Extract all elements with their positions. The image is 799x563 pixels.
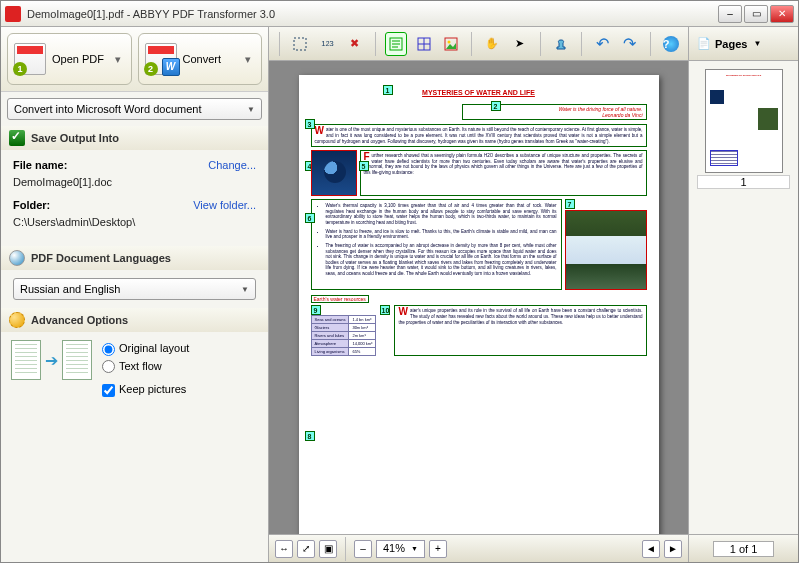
open-pdf-label: Open PDF xyxy=(52,53,109,65)
status-bar: ↔ ⤢ ▣ – 41%▼ + ◄ ► xyxy=(269,534,688,562)
titlebar: DemoImage0[1].pdf - ABBYY PDF Transforme… xyxy=(1,1,798,27)
stamp-button[interactable] xyxy=(550,32,572,56)
minimize-button[interactable]: – xyxy=(718,5,742,23)
fit-page-button[interactable]: ⤢ xyxy=(297,540,315,558)
doc-image-globe xyxy=(311,150,357,196)
arrow-right-icon: ➔ xyxy=(45,351,58,370)
advanced-header: Advanced Options xyxy=(1,308,268,332)
doc-para-2: Further research showed that a seemingly… xyxy=(360,150,647,196)
pages-header[interactable]: 📄 Pages ▼ xyxy=(689,27,798,61)
window-title: DemoImage0[1].pdf - ABBYY PDF Transforme… xyxy=(27,8,718,20)
actual-size-button[interactable]: ▣ xyxy=(319,540,337,558)
text-area-button[interactable] xyxy=(385,32,407,56)
chevron-down-icon: ▾ xyxy=(245,53,255,66)
doc-quote: Water is the driving force of all nature… xyxy=(462,104,647,121)
hand-tool-button[interactable]: ✋ xyxy=(481,32,503,56)
save-icon xyxy=(9,130,25,146)
filename-value: DemoImage0[1].doc xyxy=(13,174,256,196)
prev-page-button[interactable]: ◄ xyxy=(642,540,660,558)
next-page-button[interactable]: ► xyxy=(664,540,682,558)
maximize-button[interactable]: ▭ xyxy=(744,5,768,23)
svg-point-9 xyxy=(447,40,450,43)
convert-target-label: Convert into Microsoft Word document xyxy=(14,103,201,115)
doc-image-waterfall xyxy=(565,210,647,290)
chevron-down-icon: ▼ xyxy=(241,285,249,294)
table-area-button[interactable] xyxy=(412,32,434,56)
save-output-header: Save Output Into xyxy=(1,126,268,150)
chevron-down-icon: ▾ xyxy=(115,53,125,66)
help-button[interactable]: ? xyxy=(660,32,682,56)
original-layout-radio[interactable]: Original layout xyxy=(102,340,189,358)
center-panel: 123 ✖ ✋ ➤ ↶ ↷ ? 1 MYSTERIES xyxy=(269,27,688,562)
toolbar: 123 ✖ ✋ ➤ ↶ ↷ ? xyxy=(269,27,688,61)
pdf-icon: 1 xyxy=(14,43,46,75)
thumbnail-number: 1 xyxy=(697,175,790,189)
document-viewport[interactable]: 1 MYSTERIES OF WATER AND LIFE 2 Water is… xyxy=(269,61,688,534)
app-icon xyxy=(5,6,21,22)
chevron-down-icon: ▼ xyxy=(247,105,255,114)
doc-resources-header: Earth's water resources xyxy=(311,295,369,303)
page-thumbnail-1[interactable]: MYSTERIES OF WATER AND LIFE xyxy=(705,69,783,173)
doc-title: MYSTERIES OF WATER AND LIFE xyxy=(311,89,647,98)
order-button[interactable]: 123 xyxy=(316,32,338,56)
doc-bullets: Water's thermal capacity is 3,100 times … xyxy=(311,199,562,290)
doc-para-1: Water is one of the most unique and myst… xyxy=(311,124,647,147)
convert-label: Convert xyxy=(183,53,240,65)
close-button[interactable]: ✕ xyxy=(770,5,794,23)
layout-preview: ➔ xyxy=(11,340,92,380)
text-flow-radio[interactable]: Text flow xyxy=(102,358,189,376)
select-area-button[interactable] xyxy=(289,32,311,56)
left-panel: 1 Open PDF ▾ 2W Convert ▾ Convert into M… xyxy=(1,27,269,562)
doc-table: Seas and oceans1.4 bn km³Glaciers30m km³… xyxy=(311,315,377,356)
folder-label: Folder: xyxy=(13,199,50,211)
fit-width-button[interactable]: ↔ xyxy=(275,540,293,558)
zoom-out-button[interactable]: – xyxy=(354,540,372,558)
pointer-tool-button[interactable]: ➤ xyxy=(508,32,530,56)
convert-icon: 2W xyxy=(145,43,177,75)
chevron-down-icon: ▼ xyxy=(753,39,761,48)
open-pdf-button[interactable]: 1 Open PDF ▾ xyxy=(7,33,132,85)
languages-value: Russian and English xyxy=(20,283,120,295)
svg-rect-0 xyxy=(294,38,306,50)
filename-label: File name: xyxy=(13,159,67,171)
pages-icon: 📄 xyxy=(697,37,711,50)
languages-header: PDF Document Languages xyxy=(1,246,268,270)
page-counter: 1 of 1 xyxy=(689,534,798,562)
globe-icon xyxy=(9,250,25,266)
convert-button[interactable]: 2W Convert ▾ xyxy=(138,33,263,85)
page-1: 1 MYSTERIES OF WATER AND LIFE 2 Water is… xyxy=(299,75,659,534)
view-folder-link[interactable]: View folder... xyxy=(193,199,256,211)
keep-pictures-checkbox[interactable]: Keep pictures xyxy=(102,381,189,399)
delete-area-button[interactable]: ✖ xyxy=(344,32,366,56)
undo-button[interactable]: ↶ xyxy=(591,32,613,56)
zoom-dropdown[interactable]: 41%▼ xyxy=(376,540,425,558)
change-filename-link[interactable]: Change... xyxy=(208,159,256,171)
convert-target-dropdown[interactable]: Convert into Microsoft Word document ▼ xyxy=(7,98,262,120)
doc-para-3: Water's unique properties and its role i… xyxy=(394,305,646,356)
pages-panel: 📄 Pages ▼ MYSTERIES OF WATER AND LIFE 1 xyxy=(688,27,798,562)
gear-icon xyxy=(9,312,25,328)
languages-dropdown[interactable]: Russian and English ▼ xyxy=(13,278,256,300)
redo-button[interactable]: ↷ xyxy=(618,32,640,56)
zoom-in-button[interactable]: + xyxy=(429,540,447,558)
picture-area-button[interactable] xyxy=(440,32,462,56)
folder-value: C:\Users\admin\Desktop\ xyxy=(13,214,256,236)
